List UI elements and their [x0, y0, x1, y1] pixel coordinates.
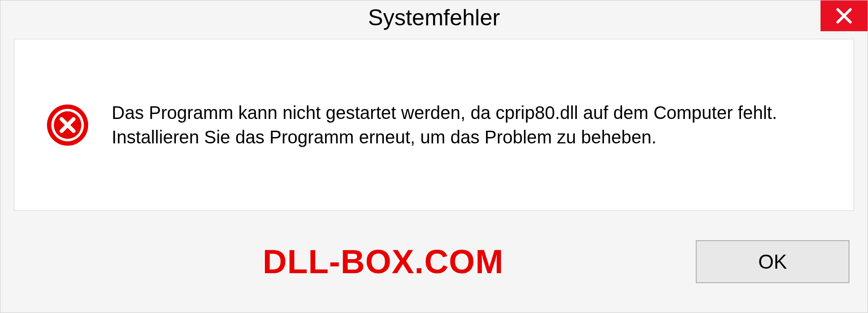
message-panel: Das Programm kann nicht gestartet werden… [14, 39, 854, 211]
error-message: Das Programm kann nicht gestartet werden… [112, 100, 822, 149]
title-bar: Systemfehler [0, 0, 868, 34]
error-icon [46, 104, 89, 147]
close-icon [835, 7, 853, 25]
watermark-text: DLL-BOX.COM [263, 242, 504, 281]
close-button[interactable] [821, 0, 868, 31]
error-dialog: Systemfehler Das Programm kann nicht ges… [0, 0, 868, 313]
bottom-bar: DLL-BOX.COM OK [0, 224, 868, 313]
dialog-title: Systemfehler [368, 5, 500, 31]
ok-button[interactable]: OK [696, 240, 849, 283]
